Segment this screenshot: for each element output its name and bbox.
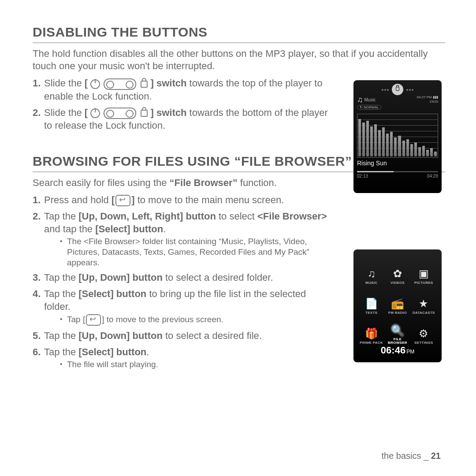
section2-step-6: Tap the [Select] button. The file will s… [33, 346, 332, 370]
page-number: 21 [431, 451, 441, 461]
menu-item-label: TEXTS [365, 311, 377, 315]
lock-icon [141, 81, 148, 88]
text: to move to the previous screen. [104, 315, 223, 324]
section2-step-6-sub: The file will start playing. [60, 359, 332, 370]
menu-item-label: VIDEOS [390, 281, 405, 285]
clock-time: 04:27 PM [417, 95, 432, 99]
text: Tap [67, 315, 83, 324]
menu-item-fm-radio: 📻FM RADIO [386, 287, 409, 315]
time-elapsed: 02:13 [357, 174, 368, 178]
section2-step-2: Tap the [Up, Down, Left, Right] button t… [33, 210, 332, 268]
menu-item-videos: ✿VIDEOS [386, 257, 409, 285]
section1-rule [33, 42, 445, 43]
menu-item-label: PRIME PACK [360, 341, 383, 345]
text: Tap the [44, 211, 78, 222]
text: and tap the [44, 223, 95, 234]
menu-item-label: DATACASTS [413, 311, 435, 315]
switch-word: switch [156, 107, 186, 118]
section1-title: DISABLING THE BUTTONS [33, 25, 445, 40]
menu-item-settings: ⚙SETTINGS [412, 317, 435, 345]
clock-digits: 06:46 [381, 345, 405, 356]
text: to move to the main menu screen. [135, 194, 284, 205]
text: Slide the [44, 107, 85, 118]
section2-step-2-sub: The <File Browser> folder list containin… [60, 236, 332, 268]
menu-item-music: ♫MUSIC [360, 257, 383, 285]
texts-icon: 📄 [365, 298, 378, 309]
menu-item-texts: 📄TEXTS [360, 287, 383, 315]
music-label: Music [364, 97, 376, 102]
track-index: 15/20 [417, 100, 438, 104]
sound-mode-badge: NORMAL [357, 105, 381, 110]
ud-button: [Up, Down] button [78, 272, 163, 283]
menu-item-prime-pack: 🎁PRIME PACK [360, 317, 383, 345]
menu-item-pictures: ▣PICTURES [412, 257, 435, 285]
power-icon [90, 108, 100, 118]
text: Press and hold [44, 194, 112, 205]
section1-step-1: Slide the [ ] switch towards the top of … [33, 77, 332, 102]
song-title: Rising Sun [357, 160, 387, 167]
section2-step-3: Tap the [Up, Down] button to select a de… [33, 271, 332, 284]
lock-overlay [353, 84, 442, 95]
text: Tap the [44, 346, 78, 357]
menu-item-label: MUSIC [365, 281, 377, 285]
power-icon [90, 79, 100, 89]
text: . [146, 346, 149, 357]
menu-item-datacasts: ★DATACASTS [412, 287, 435, 315]
datacasts-icon: ★ [419, 298, 428, 309]
file-browser-quoted: “File Browser” [170, 177, 238, 188]
select-button: [Select] button [78, 346, 146, 357]
section1-step-2: Slide the [ ] switch towards the bottom … [33, 106, 332, 132]
text: Tap the [44, 288, 78, 299]
player-menu-screenshot: ♫MUSIC✿VIDEOS▣PICTURES📄TEXTS📻FM RADIO★DA… [353, 249, 442, 362]
slide-switch-icon [104, 108, 136, 119]
select-button: [Select] button [78, 288, 146, 299]
music-note-icon: ♫ [357, 97, 363, 103]
progress-bar [357, 171, 438, 172]
music-header-left: ♫ Music [357, 95, 376, 104]
text: Tap the [44, 272, 78, 283]
section2-step-5: Tap the [Up, Down] button to select a de… [33, 329, 332, 342]
menu-item-label: PICTURES [414, 281, 433, 285]
menu-item-file-browser: 🔍FILE BROWSER [386, 317, 409, 345]
music-icon: ♫ [368, 268, 376, 279]
select-button: [Select] button [95, 223, 163, 234]
fm-radio-icon: 📻 [391, 298, 404, 309]
text: to select [216, 211, 257, 222]
switch-word: switch [156, 78, 186, 89]
player-music-screenshot: ♫ Music 04:27 PM ▮▮▮ 15/20 NORMAL Rising… [353, 80, 442, 193]
text: Tap the [44, 330, 78, 341]
section2-step-1: Press and hold [] to move to the main me… [33, 193, 332, 206]
section2-step-4-sub: Tap [] to move to the previous screen. [60, 314, 332, 326]
back-key-icon [86, 314, 101, 326]
back-key-icon [115, 195, 130, 206]
page-footer: the basics _ 21 [381, 451, 441, 461]
music-header-right: 04:27 PM ▮▮▮ 15/20 [417, 95, 438, 104]
time-total: 04:28 [427, 174, 438, 178]
clock-ampm: PM [406, 349, 414, 355]
prime-pack-icon: 🎁 [365, 328, 378, 339]
text: . [163, 223, 166, 234]
slide-switch-icon [104, 78, 136, 90]
videos-icon: ✿ [393, 268, 402, 279]
settings-icon: ⚙ [419, 328, 428, 339]
footer-label: the basics _ [381, 451, 428, 461]
menu-item-label: FILE BROWSER [386, 338, 409, 345]
pictures-icon: ▣ [419, 268, 429, 279]
equalizer-graphic [357, 114, 438, 158]
text: function. [238, 177, 277, 188]
section2-step-4: Tap the [Select] button to bring up the … [33, 287, 332, 325]
lock-icon [392, 84, 403, 95]
menu-item-label: FM RADIO [388, 311, 407, 315]
text: Slide the [44, 78, 85, 89]
file-browser-icon: 🔍 [391, 325, 404, 336]
lock-icon [141, 110, 148, 117]
udlr-button: [Up, Down, Left, Right] button [78, 211, 216, 222]
menu-clock: 06:46PM [353, 345, 442, 356]
text: to select a desired file. [163, 330, 262, 341]
menu-item-label: SETTINGS [414, 341, 433, 345]
section1-lead: The hold function disables all the other… [33, 48, 445, 72]
text: Search easily for files using the [33, 177, 170, 188]
file-browser-tag: <File Browser> [257, 211, 327, 222]
ud-button: [Up, Down] button [78, 330, 163, 341]
text: to select a desired folder. [163, 272, 273, 283]
